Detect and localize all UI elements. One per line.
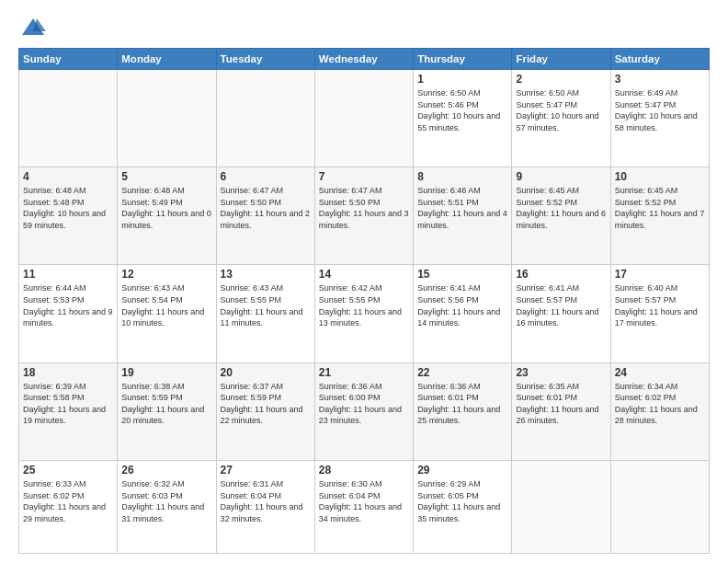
day-number: 4 bbox=[23, 170, 113, 183]
day-number: 7 bbox=[319, 170, 409, 183]
day-info: Sunrise: 6:48 AM Sunset: 5:49 PM Dayligh… bbox=[121, 185, 211, 231]
day-number: 9 bbox=[516, 170, 606, 183]
day-info: Sunrise: 6:48 AM Sunset: 5:48 PM Dayligh… bbox=[23, 185, 113, 231]
week-row-2: 4Sunrise: 6:48 AM Sunset: 5:48 PM Daylig… bbox=[19, 167, 710, 265]
day-number: 28 bbox=[319, 464, 409, 477]
logo-text bbox=[18, 15, 46, 40]
logo-icon bbox=[20, 15, 46, 40]
day-info: Sunrise: 6:31 AM Sunset: 6:04 PM Dayligh… bbox=[221, 478, 311, 524]
calendar-cell: 17Sunrise: 6:40 AM Sunset: 5:57 PM Dayli… bbox=[610, 265, 709, 362]
day-info: Sunrise: 6:45 AM Sunset: 5:52 PM Dayligh… bbox=[615, 185, 705, 231]
day-number: 27 bbox=[221, 464, 311, 477]
calendar-cell: 5Sunrise: 6:48 AM Sunset: 5:49 PM Daylig… bbox=[118, 167, 216, 265]
weekday-header-row: SundayMondayTuesdayWednesdayThursdayFrid… bbox=[19, 49, 710, 70]
day-number: 3 bbox=[615, 73, 705, 86]
day-info: Sunrise: 6:39 AM Sunset: 5:58 PM Dayligh… bbox=[23, 381, 113, 427]
day-info: Sunrise: 6:40 AM Sunset: 5:57 PM Dayligh… bbox=[615, 282, 705, 328]
day-info: Sunrise: 6:33 AM Sunset: 6:02 PM Dayligh… bbox=[23, 478, 113, 524]
day-info: Sunrise: 6:49 AM Sunset: 5:47 PM Dayligh… bbox=[615, 87, 705, 133]
day-number: 21 bbox=[319, 366, 409, 379]
calendar-cell: 13Sunrise: 6:43 AM Sunset: 5:55 PM Dayli… bbox=[216, 265, 314, 362]
day-number: 22 bbox=[417, 366, 507, 379]
weekday-header-sunday: Sunday bbox=[19, 49, 118, 70]
day-number: 12 bbox=[121, 268, 211, 281]
week-row-3: 11Sunrise: 6:44 AM Sunset: 5:53 PM Dayli… bbox=[19, 265, 710, 362]
day-info: Sunrise: 6:29 AM Sunset: 6:05 PM Dayligh… bbox=[417, 478, 507, 524]
calendar-cell bbox=[118, 70, 216, 167]
calendar-cell bbox=[512, 460, 610, 553]
day-info: Sunrise: 6:30 AM Sunset: 6:04 PM Dayligh… bbox=[319, 478, 409, 524]
calendar-cell: 11Sunrise: 6:44 AM Sunset: 5:53 PM Dayli… bbox=[19, 265, 118, 362]
calendar-cell: 20Sunrise: 6:37 AM Sunset: 5:59 PM Dayli… bbox=[216, 362, 314, 460]
day-number: 11 bbox=[23, 268, 113, 281]
calendar-cell bbox=[610, 460, 709, 553]
week-row-4: 18Sunrise: 6:39 AM Sunset: 5:58 PM Dayli… bbox=[19, 362, 710, 460]
day-info: Sunrise: 6:32 AM Sunset: 6:03 PM Dayligh… bbox=[121, 478, 211, 524]
calendar-cell: 22Sunrise: 6:36 AM Sunset: 6:01 PM Dayli… bbox=[414, 362, 512, 460]
weekday-header-thursday: Thursday bbox=[414, 49, 512, 70]
calendar-cell: 26Sunrise: 6:32 AM Sunset: 6:03 PM Dayli… bbox=[118, 460, 216, 553]
day-info: Sunrise: 6:50 AM Sunset: 5:46 PM Dayligh… bbox=[417, 87, 507, 133]
calendar-cell: 8Sunrise: 6:46 AM Sunset: 5:51 PM Daylig… bbox=[414, 167, 512, 265]
day-info: Sunrise: 6:46 AM Sunset: 5:51 PM Dayligh… bbox=[417, 185, 507, 231]
day-number: 10 bbox=[615, 170, 705, 183]
day-info: Sunrise: 6:47 AM Sunset: 5:50 PM Dayligh… bbox=[319, 185, 409, 231]
day-info: Sunrise: 6:41 AM Sunset: 5:56 PM Dayligh… bbox=[417, 282, 507, 328]
day-number: 13 bbox=[221, 268, 311, 281]
calendar-cell: 23Sunrise: 6:35 AM Sunset: 6:01 PM Dayli… bbox=[512, 362, 610, 460]
calendar-cell: 14Sunrise: 6:42 AM Sunset: 5:55 PM Dayli… bbox=[314, 265, 413, 362]
day-number: 25 bbox=[23, 464, 113, 477]
day-info: Sunrise: 6:42 AM Sunset: 5:55 PM Dayligh… bbox=[319, 282, 409, 328]
weekday-header-tuesday: Tuesday bbox=[216, 49, 314, 70]
day-info: Sunrise: 6:43 AM Sunset: 5:54 PM Dayligh… bbox=[121, 282, 211, 328]
day-info: Sunrise: 6:35 AM Sunset: 6:01 PM Dayligh… bbox=[516, 381, 606, 427]
week-row-5: 25Sunrise: 6:33 AM Sunset: 6:02 PM Dayli… bbox=[19, 460, 710, 553]
day-number: 29 bbox=[417, 464, 507, 477]
day-number: 15 bbox=[417, 268, 507, 281]
day-info: Sunrise: 6:43 AM Sunset: 5:55 PM Dayligh… bbox=[221, 282, 311, 328]
calendar-cell: 21Sunrise: 6:36 AM Sunset: 6:00 PM Dayli… bbox=[314, 362, 413, 460]
day-number: 2 bbox=[516, 73, 606, 86]
calendar-cell: 16Sunrise: 6:41 AM Sunset: 5:57 PM Dayli… bbox=[512, 265, 610, 362]
day-info: Sunrise: 6:41 AM Sunset: 5:57 PM Dayligh… bbox=[516, 282, 606, 328]
day-info: Sunrise: 6:44 AM Sunset: 5:53 PM Dayligh… bbox=[23, 282, 113, 328]
calendar-cell: 10Sunrise: 6:45 AM Sunset: 5:52 PM Dayli… bbox=[610, 167, 709, 265]
day-info: Sunrise: 6:45 AM Sunset: 5:52 PM Dayligh… bbox=[516, 185, 606, 231]
day-info: Sunrise: 6:36 AM Sunset: 6:00 PM Dayligh… bbox=[319, 381, 409, 427]
calendar-cell: 9Sunrise: 6:45 AM Sunset: 5:52 PM Daylig… bbox=[512, 167, 610, 265]
calendar-cell: 6Sunrise: 6:47 AM Sunset: 5:50 PM Daylig… bbox=[216, 167, 314, 265]
weekday-header-wednesday: Wednesday bbox=[314, 49, 413, 70]
day-number: 5 bbox=[121, 170, 211, 183]
day-number: 1 bbox=[417, 73, 507, 86]
weekday-header-friday: Friday bbox=[512, 49, 610, 70]
day-number: 19 bbox=[121, 366, 211, 379]
day-number: 14 bbox=[319, 268, 409, 281]
calendar-cell: 19Sunrise: 6:38 AM Sunset: 5:59 PM Dayli… bbox=[118, 362, 216, 460]
day-info: Sunrise: 6:47 AM Sunset: 5:50 PM Dayligh… bbox=[221, 185, 311, 231]
day-info: Sunrise: 6:34 AM Sunset: 6:02 PM Dayligh… bbox=[615, 381, 705, 427]
calendar-cell: 7Sunrise: 6:47 AM Sunset: 5:50 PM Daylig… bbox=[314, 167, 413, 265]
calendar-cell: 3Sunrise: 6:49 AM Sunset: 5:47 PM Daylig… bbox=[610, 70, 709, 167]
calendar-cell: 4Sunrise: 6:48 AM Sunset: 5:48 PM Daylig… bbox=[19, 167, 118, 265]
day-number: 26 bbox=[121, 464, 211, 477]
week-row-1: 1Sunrise: 6:50 AM Sunset: 5:46 PM Daylig… bbox=[19, 70, 710, 167]
logo bbox=[18, 15, 46, 40]
calendar-cell: 15Sunrise: 6:41 AM Sunset: 5:56 PM Dayli… bbox=[414, 265, 512, 362]
day-info: Sunrise: 6:36 AM Sunset: 6:01 PM Dayligh… bbox=[417, 381, 507, 427]
weekday-header-saturday: Saturday bbox=[610, 49, 709, 70]
calendar-cell bbox=[314, 70, 413, 167]
calendar-cell bbox=[19, 70, 118, 167]
calendar-cell: 18Sunrise: 6:39 AM Sunset: 5:58 PM Dayli… bbox=[19, 362, 118, 460]
day-number: 23 bbox=[516, 366, 606, 379]
calendar-cell: 2Sunrise: 6:50 AM Sunset: 5:47 PM Daylig… bbox=[512, 70, 610, 167]
calendar-cell bbox=[216, 70, 314, 167]
svg-marker-1 bbox=[33, 18, 46, 31]
calendar-cell: 12Sunrise: 6:43 AM Sunset: 5:54 PM Dayli… bbox=[118, 265, 216, 362]
day-number: 24 bbox=[615, 366, 705, 379]
day-info: Sunrise: 6:38 AM Sunset: 5:59 PM Dayligh… bbox=[121, 381, 211, 427]
page: SundayMondayTuesdayWednesdayThursdayFrid… bbox=[0, 0, 728, 563]
day-number: 17 bbox=[615, 268, 705, 281]
calendar-cell: 25Sunrise: 6:33 AM Sunset: 6:02 PM Dayli… bbox=[19, 460, 118, 553]
calendar-cell: 24Sunrise: 6:34 AM Sunset: 6:02 PM Dayli… bbox=[610, 362, 709, 460]
weekday-header-monday: Monday bbox=[118, 49, 216, 70]
